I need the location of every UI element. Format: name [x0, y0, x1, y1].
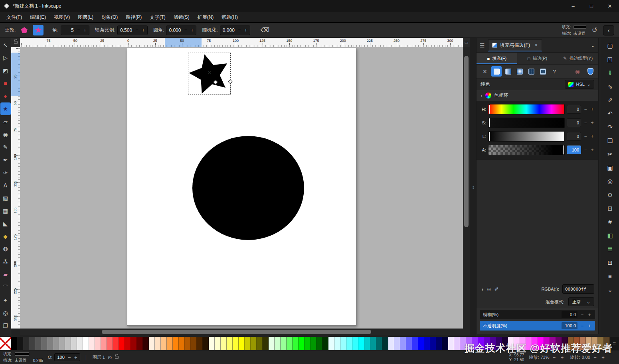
palette-swatch-61[interactable]	[376, 337, 382, 350]
zoom-tool[interactable]: ◎	[0, 307, 11, 319]
rotation-decrement[interactable]: −	[592, 354, 598, 360]
palette-swatch-87[interactable]	[532, 337, 538, 350]
zoom-drawing-button[interactable]: ⊙	[604, 189, 616, 200]
new-document-button[interactable]: ▢	[604, 40, 616, 51]
rectangle-tool[interactable]: ■	[0, 77, 11, 90]
palette-swatch-71[interactable]	[436, 337, 442, 350]
palette-swatch-48[interactable]	[299, 337, 305, 350]
palette-swatch-62[interactable]	[382, 337, 388, 350]
gradient-tool[interactable]: ▧	[0, 192, 11, 205]
tab-fill[interactable]: ■填充(F)	[477, 53, 517, 64]
palette-swatch-12[interactable]	[83, 337, 89, 350]
out-of-gamut-icon[interactable]: ⊚	[487, 286, 491, 292]
spinner-increment-icon[interactable]: +	[189, 27, 195, 33]
palette-swatch-92[interactable]	[562, 337, 568, 350]
menu-item-2[interactable]: 视图(V)	[50, 12, 74, 22]
palette-swatch-51[interactable]	[316, 337, 322, 350]
minimize-button[interactable]: –	[564, 0, 582, 12]
palette-swatch-6[interactable]	[47, 337, 53, 350]
palette-swatch-20[interactable]	[131, 337, 137, 350]
menu-item-5[interactable]: 路径(P)	[122, 12, 146, 22]
palette-swatch-64[interactable]	[394, 337, 400, 350]
mesh-tool[interactable]: ▦	[0, 205, 11, 217]
palette-swatch-78[interactable]	[478, 337, 484, 350]
export-button[interactable]: ⇗	[604, 94, 616, 105]
paint-unknown-button[interactable]: ?	[549, 66, 560, 77]
menu-item-7[interactable]: 滤镜(S)	[170, 12, 194, 22]
palette-swatch-41[interactable]	[257, 337, 263, 350]
status-opacity-decrement[interactable]: −	[66, 354, 73, 360]
alpha-increment[interactable]: +	[590, 147, 595, 153]
palette-swatch-58[interactable]	[358, 337, 364, 350]
palette-swatch-89[interactable]	[544, 337, 550, 350]
eraser-tool[interactable]: ▰	[0, 268, 11, 281]
lightness-slider[interactable]	[488, 131, 565, 142]
menu-item-9[interactable]: 帮助(H)	[218, 12, 242, 22]
menu-item-3[interactable]: 图层(L)	[74, 12, 97, 22]
layer-name[interactable]: 图层 1	[93, 354, 105, 360]
save-document-button[interactable]: ⇓	[604, 67, 616, 78]
menu-item-4[interactable]: 对象(O)	[97, 12, 122, 22]
palette-swatch-57[interactable]	[352, 337, 358, 350]
palette-swatch-74[interactable]	[454, 337, 460, 350]
snap-toggle-button[interactable]: #	[604, 216, 616, 227]
fill-stroke-tab[interactable]: 填充与描边(F) ✕	[488, 39, 542, 51]
fill-stroke-dialog-button[interactable]: ◧	[604, 230, 616, 241]
pages-tool[interactable]: ❐	[0, 319, 11, 332]
paint-flat-button[interactable]	[491, 66, 502, 77]
lightness-decrement[interactable]: −	[583, 134, 588, 139]
color-wheel-row[interactable]: › 色相环	[477, 90, 598, 101]
palette-swatch-24[interactable]	[155, 337, 161, 350]
spinner-increment-icon[interactable]: +	[243, 27, 249, 33]
spinner-field-1[interactable]: 0.500−+	[117, 26, 148, 35]
palette-swatch-40[interactable]	[251, 337, 257, 350]
palette-swatch-53[interactable]	[328, 337, 334, 350]
spinner-decrement-icon[interactable]: −	[134, 27, 140, 33]
reset-defaults-button[interactable]: ⌫	[261, 26, 270, 34]
spinner-increment-icon[interactable]: +	[140, 27, 146, 33]
spray-tool[interactable]: ⁂	[0, 256, 11, 268]
palette-swatch-84[interactable]	[514, 337, 520, 350]
alpha-value[interactable]: 100	[567, 146, 581, 154]
palette-swatch-10[interactable]	[71, 337, 77, 350]
palette-swatch-81[interactable]	[496, 337, 502, 350]
spinner-decrement-icon[interactable]: −	[236, 27, 243, 33]
palette-swatch-52[interactable]	[322, 337, 328, 350]
xml-editor-button[interactable]: ≡	[604, 270, 616, 281]
paint-bucket-tool[interactable]: ◆	[0, 230, 11, 243]
paint-linear-gradient-button[interactable]	[503, 66, 513, 77]
shape-builder-tool[interactable]: ◩	[0, 64, 11, 77]
palette-swatch-39[interactable]	[245, 337, 251, 350]
close-panel-icon[interactable]: ✕	[534, 43, 538, 48]
ellipse-tool[interactable]: ●	[0, 90, 11, 102]
palette-swatch-75[interactable]	[460, 337, 466, 350]
palette-swatch-31[interactable]	[197, 337, 203, 350]
palette-swatch-17[interactable]	[113, 337, 119, 350]
paint-radial-gradient-button[interactable]	[514, 66, 525, 77]
palette-swatch-50[interactable]	[310, 337, 316, 350]
horizontal-scrollbar-thumb[interactable]	[102, 330, 371, 334]
saturation-slider-marker[interactable]	[489, 118, 490, 128]
hue-decrement[interactable]: −	[583, 106, 588, 112]
palette-swatch-23[interactable]	[149, 337, 155, 350]
lightness-slider-marker[interactable]	[489, 132, 490, 141]
no-color-swatch[interactable]	[0, 337, 11, 350]
star-tool[interactable]: ★	[0, 102, 11, 115]
collapse-toolbar-button[interactable]: ‹	[603, 25, 614, 35]
palette-swatch-1[interactable]	[17, 337, 23, 350]
menu-item-0[interactable]: 文件(F)	[2, 12, 26, 22]
palette-swatch-97[interactable]	[592, 337, 598, 350]
saturation-value[interactable]: 0	[567, 118, 581, 127]
palette-swatch-13[interactable]	[89, 337, 95, 350]
text-tool[interactable]: A	[0, 179, 11, 192]
palette-swatch-44[interactable]	[275, 337, 281, 350]
palette-swatch-16[interactable]	[107, 337, 113, 350]
menu-item-1[interactable]: 编辑(E)	[26, 12, 50, 22]
palette-swatch-14[interactable]	[95, 337, 101, 350]
tweak-tool[interactable]: ❂	[0, 243, 11, 256]
tab-stroke-paint[interactable]: □描边(P)	[517, 53, 558, 64]
blur-slider[interactable]: 模糊(%) 0.0 − +	[480, 310, 595, 319]
palette-swatch-3[interactable]	[29, 337, 35, 350]
palette-swatch-85[interactable]	[520, 337, 526, 350]
spinner-field-0[interactable]: 5−+	[61, 26, 89, 35]
